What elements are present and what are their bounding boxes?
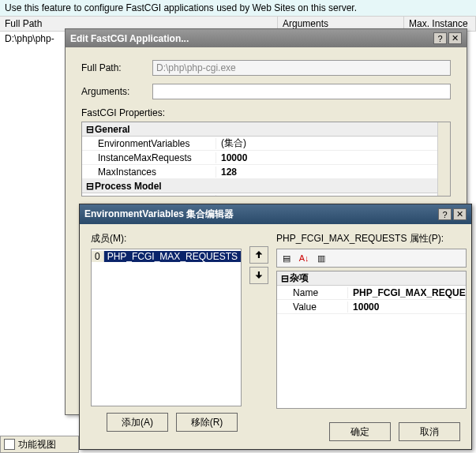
prop-val[interactable]: 128 [216, 167, 450, 178]
prop-name: InstanceMaxRequests [82, 152, 216, 163]
fullpath-input[interactable] [152, 60, 451, 76]
prop-row[interactable]: InstanceMaxRequests 10000 [82, 151, 450, 165]
edit-dialog-titlebar[interactable]: Edit FastCGI Application... ? ✕ [66, 29, 467, 47]
fullpath-label: Full Path: [81, 62, 152, 73]
props-section-label: FastCGI Properties: [81, 107, 451, 118]
arguments-input[interactable] [152, 84, 451, 99]
env-property-grid[interactable]: ⊟杂项 Name PHP_FCGI_MAX_REQUE Value 10000 [276, 271, 467, 409]
prop-name: EnvironmentVariables [82, 138, 216, 149]
misc-category[interactable]: ⊟杂项 [277, 271, 466, 286]
features-view-icon [4, 439, 15, 450]
move-down-button[interactable]: 🠋 [249, 267, 268, 284]
prop-row[interactable]: MaxInstances 128 [82, 165, 450, 179]
features-view-label: 功能视图 [18, 438, 56, 451]
add-button[interactable]: 添加(A) [107, 413, 168, 432]
fastcgi-properties-grid[interactable]: ⊟General EnvironmentVariables (集合) Insta… [81, 122, 451, 197]
view-tab-bar[interactable]: 功能视图 [0, 436, 79, 453]
item-index: 0 [92, 251, 104, 262]
members-listbox[interactable]: 0 PHP_FCGI_MAX_REQUESTS [91, 249, 242, 406]
scrollbar[interactable] [437, 122, 450, 196]
propgrid-toolbar: ▤ A↓ ▥ [276, 249, 467, 268]
pages-icon[interactable]: ▥ [313, 251, 329, 265]
prop-row[interactable]: EnvironmentVariables (集合) [82, 137, 450, 151]
close-button[interactable]: ✕ [448, 32, 462, 44]
prop-name: Value [277, 301, 348, 313]
prop-val[interactable]: 10000 [216, 152, 450, 163]
environment-variables-dialog: EnvironmentVariables 集合编辑器 ? ✕ 成员(M): 0 … [79, 204, 472, 450]
prop-val[interactable]: PHP_FCGI_MAX_REQUE [348, 287, 466, 298]
prop-row[interactable]: Name PHP_FCGI_MAX_REQUE [277, 286, 466, 300]
prop-val[interactable]: 30 [216, 195, 450, 197]
general-category[interactable]: ⊟General [82, 122, 450, 137]
ok-button[interactable]: 确定 [329, 422, 391, 441]
page-description: Use this feature to configure FastCGI ap… [0, 0, 476, 16]
remove-button[interactable]: 移除(R) [176, 413, 238, 432]
prop-name: Name [277, 287, 348, 298]
prop-val[interactable]: 10000 [348, 301, 466, 313]
alphabetical-icon[interactable]: A↓ [296, 251, 312, 265]
prop-name: ActivityTimeout [82, 195, 216, 197]
help-button[interactable]: ? [438, 208, 452, 220]
help-button[interactable]: ? [433, 32, 447, 44]
move-up-button[interactable]: 🠉 [249, 246, 268, 264]
list-item[interactable]: 0 PHP_FCGI_MAX_REQUESTS [92, 249, 241, 264]
item-text: PHP_FCGI_MAX_REQUESTS [104, 251, 241, 262]
close-button[interactable]: ✕ [453, 208, 467, 220]
members-label: 成员(M): [91, 232, 242, 245]
title-text: Edit FastCGI Application... [70, 33, 433, 44]
prop-row[interactable]: ActivityTimeout 30 [82, 193, 450, 197]
props-label: PHP_FCGI_MAX_REQUESTS 属性(P): [276, 232, 467, 245]
env-dialog-titlebar[interactable]: EnvironmentVariables 集合编辑器 ? ✕ [80, 204, 471, 224]
title-text: EnvironmentVariables 集合编辑器 [84, 208, 438, 221]
categorized-icon[interactable]: ▤ [279, 251, 294, 265]
prop-val[interactable]: (集合) [216, 137, 450, 150]
arguments-label: Arguments: [81, 86, 152, 97]
prop-name: MaxInstances [82, 167, 216, 178]
prop-row[interactable]: Value 10000 [277, 300, 466, 314]
process-model-category[interactable]: ⊟Process Model [82, 179, 450, 193]
cancel-button[interactable]: 取消 [399, 422, 460, 441]
